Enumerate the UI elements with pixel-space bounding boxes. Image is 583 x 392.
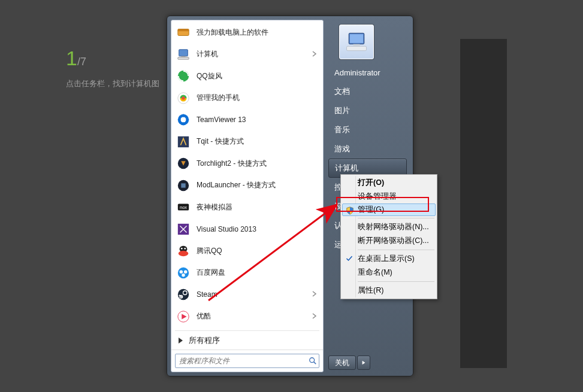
shield-icon	[345, 205, 355, 216]
step-description: 点击任务栏，找到计算机图	[66, 78, 159, 89]
start-menu-item[interactable]: 百度网盘	[171, 262, 323, 284]
start-menu-item-label: 夜神模拟器	[197, 202, 232, 212]
context-menu-item-label: 重命名(M)	[358, 268, 392, 278]
search-box[interactable]	[175, 354, 319, 368]
start-menu-item[interactable]: ModLauncher - 快捷方式	[171, 175, 323, 197]
step-total: /7	[77, 56, 86, 68]
svg-rect-4	[178, 57, 189, 59]
start-menu-item[interactable]: nox夜神模拟器	[171, 196, 323, 218]
user-name[interactable]: Administrator	[328, 63, 407, 82]
svg-rect-2	[179, 50, 188, 56]
svg-rect-13	[181, 183, 185, 187]
start-menu-item[interactable]: 腾讯QQ	[171, 240, 323, 262]
start-menu-item[interactable]: QQ旋风	[171, 65, 323, 87]
start-menu-item-label: Steam	[197, 290, 218, 299]
start-menu-item-label: Torchlight2 - 快捷方式	[197, 159, 267, 169]
start-menu-items: 强力卸载电脑上的软件计算机QQ旋风管理我的手机TeamViewer 13Tqit…	[171, 20, 323, 330]
app-icon	[175, 177, 192, 194]
svg-point-18	[179, 251, 189, 256]
context-menu-item[interactable]: 属性(R)	[342, 284, 436, 297]
svg-point-22	[180, 270, 183, 274]
app-icon	[175, 133, 192, 150]
svg-point-9	[180, 117, 186, 123]
chevron-right-icon	[312, 51, 317, 58]
app-icon	[175, 286, 192, 303]
icon-slot	[344, 221, 355, 232]
context-menu-item-label: 属性(R)	[358, 285, 383, 296]
svg-rect-35	[347, 46, 367, 50]
start-menu-item-label: 优酷	[197, 311, 211, 321]
context-menu-item-label: 设备管理器	[358, 192, 397, 202]
start-menu-item-label: 腾讯QQ	[197, 246, 222, 256]
start-menu-item-label: 管理我的手机	[197, 93, 240, 103]
app-icon	[175, 90, 192, 107]
triangle-right-icon	[179, 338, 183, 344]
start-menu-item[interactable]: Tqit - 快捷方式	[171, 131, 323, 153]
context-menu-item-label: 打开(O)	[358, 178, 384, 188]
chevron-right-icon	[312, 291, 317, 298]
svg-point-24	[182, 274, 185, 277]
app-icon	[175, 221, 192, 238]
app-icon	[175, 155, 192, 172]
start-menu-item[interactable]: Visual Studio 2013	[171, 218, 323, 241]
svg-point-19	[181, 248, 183, 250]
start-menu-item[interactable]: Steam	[171, 284, 323, 306]
user-picture[interactable]	[339, 25, 374, 59]
divider	[175, 330, 319, 331]
context-menu-item[interactable]: 管理(G)	[342, 203, 436, 216]
app-icon	[175, 68, 192, 84]
step-current: 1	[66, 47, 77, 69]
app-icon	[175, 242, 192, 259]
context-menu-item[interactable]: 重命名(M)	[342, 266, 436, 279]
background-panel	[460, 39, 507, 368]
icon-slot	[344, 191, 355, 202]
svg-point-20	[184, 248, 186, 250]
context-menu-item[interactable]: 映射网络驱动器(N)...	[342, 220, 436, 234]
start-menu-item-label: Tqit - 快捷方式	[197, 136, 244, 147]
shutdown-button[interactable]: 关机	[328, 355, 356, 370]
start-menu-item[interactable]: TeamViewer 13	[171, 109, 323, 131]
svg-rect-33	[350, 34, 363, 43]
start-menu-item[interactable]: 强力卸载电脑上的软件	[171, 22, 323, 44]
all-programs[interactable]: 所有程序	[171, 332, 323, 350]
icon-slot	[344, 235, 355, 246]
start-menu-right-item[interactable]: 音乐	[328, 120, 407, 139]
start-menu-item-label: TeamViewer 13	[197, 116, 246, 124]
context-menu-item-label: 映射网络驱动器(N)...	[358, 222, 429, 232]
start-menu-right-item[interactable]: 图片	[328, 101, 407, 120]
start-menu-right-item[interactable]: 游戏	[328, 139, 407, 159]
start-menu-item[interactable]: 计算机	[171, 44, 323, 66]
app-icon: nox	[175, 199, 192, 215]
context-menu-item[interactable]: 在桌面上显示(S)	[342, 252, 436, 266]
shutdown-label: 关机	[335, 358, 349, 368]
start-menu-item[interactable]: 管理我的手机	[171, 87, 323, 110]
context-menu-item[interactable]: 断开网络驱动器(C)...	[342, 234, 436, 248]
chevron-right-icon	[312, 313, 317, 320]
context-menu-separator	[358, 218, 434, 218]
svg-line-31	[314, 362, 316, 364]
context-menu-item[interactable]: 设备管理器	[342, 190, 436, 203]
svg-text:nox: nox	[180, 205, 187, 210]
computer-icon	[343, 29, 370, 55]
context-menu-separator	[358, 250, 434, 250]
search-row	[171, 350, 323, 372]
shutdown-options-button[interactable]	[357, 355, 370, 370]
start-menu-item[interactable]: Torchlight2 - 快捷方式	[171, 153, 323, 175]
context-menu: 打开(O)设备管理器管理(G)映射网络驱动器(N)...断开网络驱动器(C)..…	[340, 174, 437, 299]
context-menu-item-label: 在桌面上显示(S)	[358, 254, 415, 264]
search-icon	[307, 357, 319, 365]
check-icon	[344, 253, 355, 264]
app-icon	[175, 24, 192, 41]
start-menu-item-label: 计算机	[197, 49, 218, 59]
start-menu-right-item[interactable]: 文档	[328, 82, 407, 101]
context-menu-item[interactable]: 打开(O)	[342, 176, 436, 190]
context-menu-item-label: 断开网络驱动器(C)...	[358, 236, 429, 246]
icon-slot	[344, 285, 355, 296]
svg-point-30	[310, 358, 315, 363]
svg-point-7	[182, 96, 185, 100]
start-menu-left-pane: 强力卸载电脑上的软件计算机QQ旋风管理我的手机TeamViewer 13Tqit…	[171, 20, 324, 372]
context-menu-item-label: 管理(G)	[358, 205, 384, 215]
search-input[interactable]	[176, 357, 307, 365]
svg-rect-34	[354, 44, 360, 47]
start-menu-item[interactable]: 优酷	[171, 306, 323, 328]
